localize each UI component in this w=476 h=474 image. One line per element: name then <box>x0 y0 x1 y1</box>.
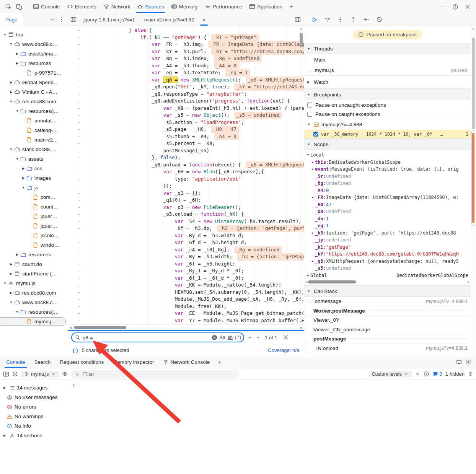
code-line[interactable]: var _Ry = _h3.width;_h3 = {action: 'getP… <box>94 253 304 261</box>
live-expression-eye-icon[interactable] <box>62 371 68 377</box>
scope-row-global[interactable]: ▶GlobalDedicatedWorkerGlobalScope <box>304 272 471 279</box>
callstack-frame-viewer-0y[interactable]: Viewer._0Y <box>304 316 471 325</box>
filter-input[interactable] <box>83 371 235 377</box>
threads-section-header[interactable]: ▼ Threads <box>304 43 471 54</box>
scroll-left-arrow-icon[interactable]: ◀ <box>305 280 307 283</box>
step-out-icon[interactable] <box>349 15 358 24</box>
tree-item-jquer-[interactable]: jquer… <box>0 212 68 221</box>
scope-horizontal-scrollbar[interactable]: ◀ ▶ <box>304 279 471 285</box>
code-line[interactable]: Module._MuJS_Doc_add_page(_cA, _H0, _Ry,… <box>94 296 304 303</box>
deactivate-breakpoints-icon[interactable] <box>375 15 384 24</box>
console-settings-gear-icon[interactable] <box>468 371 473 376</box>
custom-levels-dropdown[interactable]: Custom levels <box>368 371 412 378</box>
code-line[interactable]: _q8.open("GET", _kY, true);_kY = "https:… <box>94 83 304 91</box>
checkbox-unchecked[interactable] <box>307 103 312 108</box>
code-line[interactable]: _s5.percent = _K8; <box>94 140 304 147</box>
chevron-down-icon[interactable] <box>50 17 55 22</box>
scroll-down-arrow-icon[interactable]: ▼ <box>300 320 303 324</box>
scope-row-_k1[interactable]: _k1: "getPage" <box>304 244 471 251</box>
scrollbar-thumb[interactable] <box>472 37 475 129</box>
step-into-icon[interactable] <box>336 15 345 24</box>
tree-item-vimium-c-a-[interactable]: ▶Vimium C - A… <box>0 87 68 97</box>
scope-row-_q8[interactable]: ▶_q8: XMLHttpRequest {onreadystatechange… <box>304 258 471 265</box>
scope-row-_ky[interactable]: _kY: "https://ebt243.doc88.com/getebt-0r… <box>304 251 471 258</box>
clear-console-icon[interactable] <box>12 371 18 377</box>
thread-worker[interactable]: → mymu.js paused <box>304 65 471 76</box>
coverage-link[interactable]: Coverage: n/a <box>268 347 299 353</box>
tree-item-startiframe-[interactable]: ▶startIFrame (… <box>0 269 68 279</box>
tree-item-res-doc88-com[interactable]: ▶res.doc88.com <box>0 288 68 298</box>
scrollbar-thumb[interactable] <box>300 33 303 47</box>
code-line[interactable]: _s5.page = _H0;_H0 = 47 <box>94 126 304 133</box>
scope-row-_dn[interactable]: _dn: 1 <box>304 215 471 223</box>
tree-item-jscolo-[interactable]: jscolo… <box>0 231 68 240</box>
code-line[interactable]: postMessage(_s5) <box>94 147 304 155</box>
scrollbar-thumb[interactable] <box>74 326 126 329</box>
code-line[interactable]: var _KK = Module._malloc(_54.length); <box>94 282 304 289</box>
scroll-up-arrow-icon[interactable]: ▲ <box>472 27 475 30</box>
tree-item-js[interactable]: ▼js <box>0 183 68 192</box>
scroll-right-arrow-icon[interactable]: ▶ <box>300 326 303 329</box>
tree-item-resources[interactable]: ▶resources <box>0 250 68 259</box>
code-line[interactable]: var _6H = new Blob([_q8.response],{ <box>94 168 304 176</box>
pause-uncaught-checkbox-row[interactable]: Pause on uncaught exceptions <box>304 100 471 109</box>
tree-item-mymu-j-[interactable]: mymu.j… <box>0 317 68 326</box>
more-options-icon[interactable]: ⋯ <box>438 2 448 12</box>
callstack-frame-onmessage[interactable]: →onmessagemymu.js?v=4.838:1 <box>304 297 471 306</box>
checkbox-unchecked[interactable] <box>307 112 312 117</box>
code-line[interactable]: var _K8 = (parseInt(_h3.hl) + evt.loaded… <box>94 105 304 112</box>
console-filter-no-info[interactable]: No info <box>0 421 68 431</box>
code-line[interactable]: var _EE = Module._MuJS_Page_get_bitmap_p… <box>94 310 304 317</box>
whole-word-toggle[interactable]: ab <box>228 335 233 340</box>
code-line[interactable]: } else { <box>94 27 304 34</box>
tree-item-images[interactable]: ▶images <box>0 173 68 183</box>
devtools-tab-console[interactable]: Console <box>29 0 64 13</box>
drawer-tab-search[interactable]: Search <box>30 356 55 368</box>
code-line[interactable]: var _kY = _h3.purl;_kY = "https://ebt243… <box>94 48 304 55</box>
drawer-add-tab-button[interactable]: + <box>214 357 225 367</box>
search-input[interactable] <box>83 335 209 340</box>
editor-tab-mainv2[interactable]: main-v2.min.js?v=3.82 <box>140 17 199 23</box>
code-line[interactable]: _0f = _h3.dp;_h3 = {action: 'getPage', p… <box>94 225 304 232</box>
console-output[interactable]: › <box>68 380 476 474</box>
code-line[interactable]: var _o3 = new FileReader(); <box>94 204 304 211</box>
code-line[interactable]: var _cA = _I8[_8g];_8g = undefined <box>94 246 304 254</box>
panel-open-right-icon[interactable] <box>295 16 301 23</box>
callstack-frame-postmessage[interactable]: postMessage <box>304 334 471 344</box>
pause-caught-checkbox-row[interactable]: Pause on caught exceptions <box>304 109 471 119</box>
editor-horizontal-scrollbar[interactable]: ◀ ▶ <box>68 324 304 330</box>
scope-row-_h3[interactable]: ▶_h3: {action: 'getPage', purl: 'https:/… <box>304 230 471 237</box>
info-icon[interactable] <box>424 371 429 377</box>
hidden-messages-label[interactable]: 1 hidden <box>445 371 465 377</box>
code-line[interactable]: var _q8 = new XMLHttpRequest();_q8 = XML… <box>94 77 304 84</box>
code-line[interactable]: }, false); <box>94 154 304 161</box>
scope-row-_eg[interactable]: _eg: 1 <box>304 222 471 230</box>
code-line[interactable]: Module._free(_KK); <box>94 303 304 310</box>
line-number-gutter[interactable]: ----------------------------------------… <box>68 26 90 324</box>
drawer-tab-console[interactable]: Console <box>2 356 30 368</box>
tree-item-www-doc88-c-[interactable]: ▼www.doc88.c… <box>0 39 68 49</box>
code-line[interactable]: var _FR = _h3.img;_FR = ImageData {data:… <box>94 41 304 48</box>
add-panel-button[interactable]: + <box>286 2 297 12</box>
tree-item-windo-[interactable]: windo… <box>0 240 68 250</box>
scroll-left-arrow-icon[interactable]: ◀ <box>69 326 72 329</box>
scope-row-_h0[interactable]: _H0: 47 <box>304 201 471 208</box>
tree-item-annotat-[interactable]: annotat… <box>0 116 68 125</box>
console-filter-no-errors[interactable]: No errors <box>0 402 68 412</box>
tree-item-count-[interactable]: count… <box>0 202 68 212</box>
drawer-tab-request-conditions[interactable]: Request conditions <box>55 356 108 368</box>
code-line[interactable]: var _eg = _h3.textState;_eg = 1 <box>94 69 304 77</box>
code-line[interactable]: _s5.action = "loadProgress"; <box>94 119 304 126</box>
devtools-tab-elements[interactable]: Elements <box>64 0 100 13</box>
step-over-icon[interactable] <box>323 15 332 24</box>
scope-row-local[interactable]: ▼Local <box>304 151 471 159</box>
code-line[interactable]: var _Y7 = Module._MuJS_Bitmap_patch_buff… <box>94 317 304 324</box>
tree-item-catalog-[interactable]: catalog-… <box>0 125 68 135</box>
debugger-vertical-scrollbar[interactable]: ▲ <box>471 26 476 356</box>
tree-item-resources-j-[interactable]: ▼resources/j… <box>0 106 68 116</box>
execution-context-selector[interactable]: mymu.js <box>21 371 59 378</box>
code-line[interactable]: _q1[0] = _6H; <box>94 197 304 204</box>
code-line[interactable]: var _6f = _h3.height; <box>94 261 304 268</box>
thread-main[interactable]: Main <box>304 54 471 65</box>
drawer-cast-icon[interactable] <box>456 359 462 365</box>
